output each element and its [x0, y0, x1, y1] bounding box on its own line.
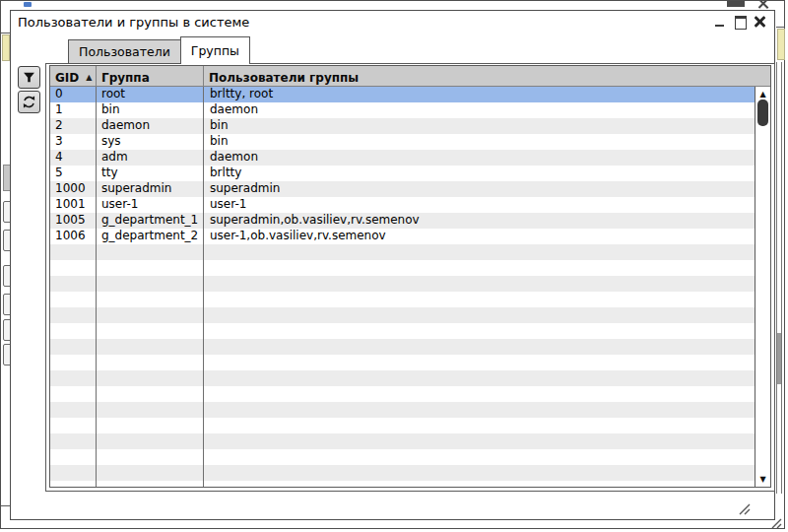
dialog-statusbar: [11, 493, 774, 519]
table-filler-row: [50, 449, 755, 465]
cell-group: [97, 260, 204, 276]
table-filler-row: [50, 323, 755, 339]
cell-users: [204, 355, 755, 370]
cell-users: [204, 418, 755, 433]
cell-users: daemon: [204, 150, 755, 166]
cell-group: [97, 402, 204, 418]
users-groups-dialog: Пользователи и группы в системе Пользова…: [10, 10, 775, 520]
cell-gid: 1006: [50, 229, 97, 244]
cell-users: [204, 323, 755, 339]
cell-group: [97, 307, 204, 323]
cell-group: [97, 355, 204, 370]
table-row[interactable]: 3sysbin: [50, 134, 755, 150]
cell-users: [204, 260, 755, 276]
cell-group: user-1: [97, 197, 204, 213]
cell-users: [204, 339, 755, 355]
cell-users: superadmin,ob.vasiliev,rv.semenov: [204, 213, 755, 229]
cell-group: [97, 481, 204, 487]
cell-gid: 5: [50, 166, 97, 181]
maximize-icon[interactable]: [734, 15, 747, 29]
table-filler-row: [50, 355, 755, 370]
cell-users: bin: [204, 118, 755, 134]
minimize-icon[interactable]: [714, 15, 727, 29]
cell-users: [204, 244, 755, 260]
background-app-icon: [24, 2, 32, 7]
column-header-users[interactable]: Пользователи группы: [204, 66, 770, 86]
table-filler-row: [50, 386, 755, 402]
cell-group: [97, 449, 204, 465]
scroll-down-icon[interactable]: ▼: [755, 473, 770, 486]
cell-users: [204, 449, 755, 465]
cell-users: [204, 433, 755, 449]
cell-gid: [50, 339, 97, 355]
cell-gid: [50, 418, 97, 433]
cell-gid: 1001: [50, 197, 97, 213]
cell-gid: 2: [50, 118, 97, 134]
cell-users: user-1: [204, 197, 755, 213]
cell-gid: [50, 323, 97, 339]
cell-group: [97, 323, 204, 339]
tab-users[interactable]: Пользователи: [68, 39, 180, 64]
table-row[interactable]: 1006g_department_2user-1,ob.vasiliev,rv.…: [50, 229, 755, 244]
cell-gid: [50, 244, 97, 260]
table-row[interactable]: 1001user-1user-1: [50, 197, 755, 213]
table-row[interactable]: 4admdaemon: [50, 150, 755, 166]
background-titlebar-button: [727, 1, 745, 7]
background-highlight-left: [2, 34, 10, 61]
table-filler-row: [50, 465, 755, 481]
cell-gid: [50, 307, 97, 323]
dialog-resize-grip[interactable]: [735, 500, 753, 516]
cell-group: root: [97, 87, 204, 102]
cell-gid: [50, 292, 97, 307]
background-close-icon: [755, 1, 771, 10]
cell-users: [204, 307, 755, 323]
table-scrollbar[interactable]: ▲ ▼: [755, 87, 770, 487]
cell-group: [97, 370, 204, 386]
cell-users: [204, 481, 755, 487]
cell-group: g_department_1: [97, 213, 204, 229]
cell-gid: [50, 481, 97, 487]
table-filler-row: [50, 307, 755, 323]
sort-asc-icon: ▲: [86, 74, 92, 82]
table-row[interactable]: 1bindaemon: [50, 102, 755, 118]
background-toolbar-divider-right: [776, 27, 785, 28]
cell-group: superadmin: [97, 181, 204, 197]
background-scrollbar[interactable]: [776, 62, 782, 494]
dialog-titlebar[interactable]: Пользователи и группы в системе: [11, 11, 774, 34]
close-icon[interactable]: [754, 15, 766, 29]
cell-users: [204, 276, 755, 292]
cell-gid: [50, 260, 97, 276]
table-row[interactable]: 2daemonbin: [50, 118, 755, 134]
table-filler-row: [50, 418, 755, 433]
cell-gid: [50, 402, 97, 418]
column-header-gid[interactable]: GID ▲: [50, 66, 97, 86]
cell-group: adm: [97, 150, 204, 166]
table-body: 0rootbrltty, root1bindaemon2daemonbin3sy…: [50, 87, 755, 487]
column-header-group[interactable]: Группа: [97, 66, 204, 86]
cell-group: bin: [97, 102, 204, 118]
cell-users: [204, 465, 755, 481]
cell-gid: 3: [50, 134, 97, 150]
cell-gid: [50, 465, 97, 481]
filter-button[interactable]: [18, 66, 40, 89]
table-filler-row: [50, 370, 755, 386]
table-row[interactable]: 5ttybrltty: [50, 166, 755, 181]
cell-group: [97, 386, 204, 402]
cell-group: [97, 292, 204, 307]
cell-group: [97, 339, 204, 355]
refresh-arrows-icon: [22, 95, 36, 109]
cell-users: [204, 402, 755, 418]
cell-gid: 1000: [50, 181, 97, 197]
table-row[interactable]: 0rootbrltty, root: [50, 87, 755, 102]
table-filler-row: [50, 244, 755, 260]
table-row[interactable]: 1000superadminsuperadmin: [50, 181, 755, 197]
tab-groups[interactable]: Группы: [180, 36, 250, 64]
table-filler-row: [50, 481, 755, 487]
scrollbar-thumb[interactable]: [757, 100, 768, 126]
table-row[interactable]: 1005g_department_1superadmin,ob.vasiliev…: [50, 213, 755, 229]
refresh-button[interactable]: [18, 91, 40, 113]
cell-gid: [50, 276, 97, 292]
background-highlight-right: [777, 29, 785, 60]
table-filler-row: [50, 260, 755, 276]
cell-users: [204, 386, 755, 402]
